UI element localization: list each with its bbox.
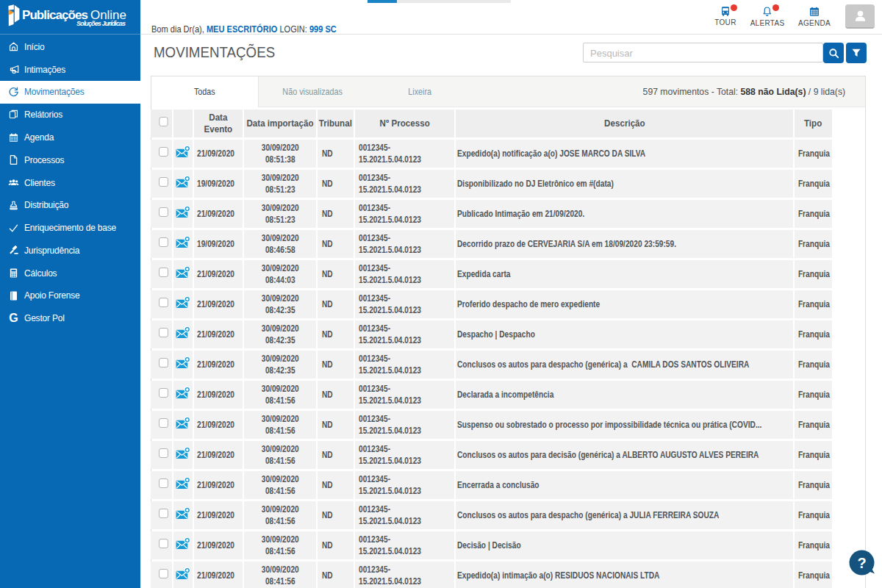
svg-text:Soluções Jurídicas: Soluções Jurídicas [76, 20, 126, 27]
svg-text:?: ? [857, 555, 866, 571]
